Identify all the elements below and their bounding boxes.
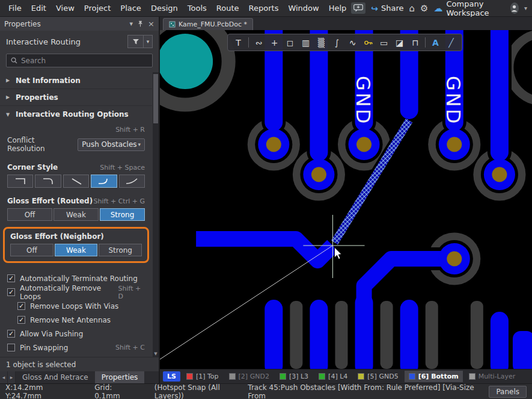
share-button[interactable]: ↪ Share bbox=[371, 4, 403, 13]
selection-status: 1 object is selected bbox=[0, 357, 159, 371]
gloss-neighbor-buttons: Off Weak Strong bbox=[5, 244, 147, 258]
menu-file[interactable]: File bbox=[4, 1, 26, 15]
pcb-editor: Kame_FMU.PcbDoc * bbox=[160, 17, 532, 383]
select-area-icon[interactable]: ◻ bbox=[283, 36, 298, 49]
dimension-tool-icon[interactable]: ⊓ bbox=[408, 36, 423, 49]
checkbox-box[interactable] bbox=[7, 344, 15, 351]
checkbox-box[interactable]: ✓ bbox=[7, 330, 15, 338]
menu-window[interactable]: Window bbox=[283, 1, 323, 15]
add-tool-icon[interactable]: + bbox=[267, 36, 282, 49]
panels-button[interactable]: Panels bbox=[489, 386, 527, 398]
paste-mask-icon[interactable]: ▒ bbox=[314, 36, 329, 49]
menu-view[interactable]: View bbox=[51, 1, 79, 15]
polygon-pour-icon[interactable]: ◪ bbox=[392, 36, 407, 49]
document-tab-bar: Kame_FMU.PcbDoc * bbox=[160, 17, 532, 30]
cursor-coordinates: X:14.2mm Y:24.7mm bbox=[5, 383, 78, 399]
layer-color-swatch bbox=[409, 373, 415, 380]
corner-style-shortcut: Shift + Space bbox=[100, 164, 145, 172]
plane-tool-icon[interactable]: ▭ bbox=[376, 36, 391, 49]
checkbox-remove-net-antennas[interactable]: ✓ Remove Net Antennas bbox=[7, 313, 145, 327]
panel-menu-chevron-icon[interactable]: ▾ bbox=[130, 20, 133, 27]
checkbox-box[interactable]: ✓ bbox=[7, 288, 15, 296]
panel-scrollbar[interactable]: ▼ bbox=[153, 72, 159, 357]
layer-tab-gnd5[interactable]: [5] GND5 bbox=[353, 371, 402, 382]
search-icon bbox=[11, 57, 17, 64]
section-net-information[interactable]: ▶ Net Information bbox=[0, 72, 152, 89]
layer-tab-l4[interactable]: [4] L4 bbox=[314, 371, 352, 382]
checkbox-box[interactable]: ✓ bbox=[17, 302, 25, 310]
menu-tools[interactable]: Tools bbox=[183, 1, 212, 15]
altium-designer-window: File Edit View Project Place Design Tool… bbox=[0, 0, 532, 399]
gloss-neighbor-strong-button[interactable]: Strong bbox=[99, 244, 142, 256]
section-interactive-routing-options[interactable]: ▼ Interactive Routing Options bbox=[0, 106, 152, 123]
search-box bbox=[6, 54, 153, 67]
gloss-neighbor-off-button[interactable]: Off bbox=[10, 244, 54, 256]
menu-edit[interactable]: Edit bbox=[26, 1, 51, 15]
document-tab[interactable]: Kame_FMU.PcbDoc * bbox=[163, 18, 253, 30]
pin-icon[interactable] bbox=[138, 20, 143, 27]
gloss-neighbor-highlight-box: Gloss Effort (Neighbor) Off Weak Strong bbox=[3, 227, 149, 263]
checkbox-box[interactable]: ✓ bbox=[17, 316, 25, 324]
funnel-icon bbox=[132, 39, 139, 45]
layer-tab-bottom[interactable]: [6] Bottom bbox=[405, 371, 463, 382]
panel-header: Properties ▾ × bbox=[0, 17, 159, 31]
checkbox-auto-remove-loops[interactable]: ✓ Automatically Remove Loops Shift + D bbox=[7, 285, 145, 299]
layer-color-swatch bbox=[280, 373, 286, 380]
corner-any-angle-button[interactable] bbox=[119, 175, 145, 188]
line-tool-icon[interactable]: ╱ bbox=[444, 36, 459, 49]
panel-mode-label: Interactive Routing bbox=[6, 37, 81, 46]
net-scope-icon[interactable]: ∾ bbox=[251, 36, 266, 49]
comment-button[interactable] bbox=[351, 2, 365, 14]
pad-array-icon[interactable]: ▥ bbox=[298, 36, 313, 49]
panel-mode-row: Interactive Routing ▾ bbox=[0, 31, 159, 52]
workspace-button[interactable]: ☁ Company Workspace bbox=[434, 0, 505, 17]
checkbox-box[interactable]: ✓ bbox=[7, 274, 15, 282]
key-icon[interactable] bbox=[361, 36, 376, 49]
layer-tab-gnd2[interactable]: [2] GND2 bbox=[225, 371, 274, 382]
layer-tab-l3[interactable]: [3] L3 bbox=[275, 371, 313, 382]
filter-button[interactable] bbox=[127, 35, 143, 48]
tab-scroll-right-icon[interactable]: ▸ bbox=[8, 371, 16, 383]
route-single-icon[interactable]: ∫ bbox=[329, 36, 344, 49]
menu-route[interactable]: Route bbox=[212, 1, 244, 15]
teal-pad[interactable] bbox=[160, 34, 213, 89]
gloss-routed-weak-button[interactable]: Weak bbox=[54, 208, 99, 221]
cloud-icon: ☁ bbox=[434, 3, 443, 14]
layer-tab-top[interactable]: [1] Top bbox=[182, 371, 223, 382]
corner-90-arc-button[interactable] bbox=[35, 175, 61, 188]
menu-reports[interactable]: Reports bbox=[244, 1, 284, 15]
route-diff-pair-icon[interactable]: ∿ bbox=[345, 36, 360, 49]
search-input[interactable] bbox=[21, 57, 148, 65]
close-icon[interactable]: × bbox=[148, 20, 154, 28]
pointer-tool-icon[interactable]: T bbox=[231, 36, 246, 49]
corner-45-arc-button[interactable] bbox=[91, 175, 117, 188]
menu-project[interactable]: Project bbox=[79, 1, 115, 15]
menu-help[interactable]: Help bbox=[324, 1, 352, 15]
layer-tab-multi-layer[interactable]: Multi-Layer bbox=[465, 371, 520, 382]
checkbox-allow-via-pushing[interactable]: ✓ Allow Via Pushing bbox=[7, 327, 145, 341]
home-icon[interactable]: ⌂ bbox=[409, 3, 415, 14]
section-properties[interactable]: ▶ Properties bbox=[0, 89, 152, 106]
checkbox-remove-loops-with-vias[interactable]: ✓ Remove Loops With Vias bbox=[7, 299, 145, 313]
user-avatar[interactable] bbox=[510, 2, 519, 14]
scrollbar-thumb[interactable] bbox=[153, 74, 158, 123]
corner-90-button[interactable] bbox=[7, 175, 33, 188]
conflict-resolution-dropdown[interactable]: Push Obstacles ▾ bbox=[78, 138, 145, 151]
gloss-routed-off-button[interactable]: Off bbox=[7, 208, 52, 221]
menu-design[interactable]: Design bbox=[146, 1, 183, 15]
menu-place[interactable]: Place bbox=[115, 1, 146, 15]
tab-gloss-and-retrace[interactable]: Gloss And Retrace bbox=[16, 371, 95, 383]
tab-properties[interactable]: Properties bbox=[95, 371, 145, 383]
pcb-canvas[interactable]: GND GND T bbox=[160, 30, 532, 369]
text-tool-icon[interactable]: A bbox=[428, 36, 443, 49]
tab-scroll-left-icon[interactable]: ◂ bbox=[0, 371, 8, 383]
checkbox-pin-swapping[interactable]: Pin Swapping Shift + C bbox=[7, 341, 145, 354]
account-chevron-down-icon[interactable]: ▾ bbox=[524, 5, 527, 11]
gloss-neighbor-weak-button[interactable]: Weak bbox=[55, 244, 98, 256]
corner-45-button[interactable] bbox=[63, 175, 89, 188]
scroll-down-icon[interactable]: ▼ bbox=[153, 351, 159, 356]
filter-dropdown[interactable]: ▾ bbox=[143, 35, 153, 48]
gloss-routed-strong-button[interactable]: Strong bbox=[100, 208, 145, 221]
settings-gear-icon[interactable]: ⚙ bbox=[420, 3, 428, 14]
layer-set-button[interactable]: LS bbox=[163, 371, 180, 382]
